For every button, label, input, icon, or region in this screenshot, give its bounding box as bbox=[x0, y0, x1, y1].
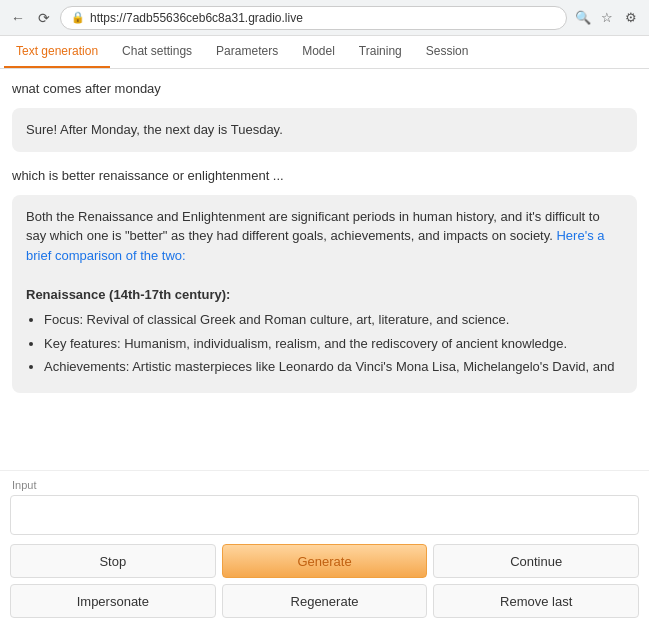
tab-session[interactable]: Session bbox=[414, 36, 481, 68]
address-bar[interactable]: 🔒 https://7adb55636ceb6c8a31.gradio.live bbox=[60, 6, 567, 30]
continue-button[interactable]: Continue bbox=[433, 544, 639, 578]
chat-area[interactable]: wnat comes after monday Sure! After Mond… bbox=[0, 69, 649, 470]
list-item: Achievements: Artistic masterpieces like… bbox=[44, 357, 623, 377]
browser-chrome: ← ⟳ 🔒 https://7adb55636ceb6c8a31.gradio.… bbox=[0, 0, 649, 36]
list-item: Focus: Revival of classical Greek and Ro… bbox=[44, 310, 623, 330]
input-label: Input bbox=[10, 479, 639, 491]
lock-icon: 🔒 bbox=[71, 11, 85, 24]
tab-text-generation[interactable]: Text generation bbox=[4, 36, 110, 68]
user-message-2: which is better renaissance or enlighten… bbox=[12, 164, 637, 187]
reload-button[interactable]: ⟳ bbox=[34, 8, 54, 28]
tab-bar: Text generation Chat settings Parameters… bbox=[0, 36, 649, 69]
tab-model[interactable]: Model bbox=[290, 36, 347, 68]
input-field[interactable] bbox=[10, 495, 639, 535]
impersonate-button[interactable]: Impersonate bbox=[10, 584, 216, 618]
section-title: Renaissance (14th-17th century): bbox=[26, 285, 623, 305]
bullet-list: Focus: Revival of classical Greek and Ro… bbox=[44, 310, 623, 377]
url-text: https://7adb55636ceb6c8a31.gradio.live bbox=[90, 11, 303, 25]
browser-actions: 🔍 ☆ ⚙ bbox=[573, 8, 641, 28]
assistant-message-2: Both the Renaissance and Enlightenment a… bbox=[12, 195, 637, 393]
tab-chat-settings[interactable]: Chat settings bbox=[110, 36, 204, 68]
list-item: Key features: Humanism, individualism, r… bbox=[44, 334, 623, 354]
input-area: Input Stop Generate Continue Impersonate… bbox=[0, 470, 649, 626]
bookmark-icon[interactable]: ☆ bbox=[597, 8, 617, 28]
remove-last-button[interactable]: Remove last bbox=[433, 584, 639, 618]
tab-parameters[interactable]: Parameters bbox=[204, 36, 290, 68]
button-row-2: Impersonate Regenerate Remove last bbox=[10, 584, 639, 618]
main-content: wnat comes after monday Sure! After Mond… bbox=[0, 69, 649, 626]
assistant-message-1: Sure! After Monday, the next day is Tues… bbox=[12, 108, 637, 152]
back-button[interactable]: ← bbox=[8, 8, 28, 28]
button-row-1: Stop Generate Continue bbox=[10, 544, 639, 578]
search-icon[interactable]: 🔍 bbox=[573, 8, 593, 28]
tab-training[interactable]: Training bbox=[347, 36, 414, 68]
settings-icon[interactable]: ⚙ bbox=[621, 8, 641, 28]
regenerate-button[interactable]: Regenerate bbox=[222, 584, 428, 618]
assistant-intro: Both the Renaissance and Enlightenment a… bbox=[26, 207, 623, 266]
user-message-1: wnat comes after monday bbox=[12, 77, 637, 100]
stop-button[interactable]: Stop bbox=[10, 544, 216, 578]
generate-button[interactable]: Generate bbox=[222, 544, 428, 578]
